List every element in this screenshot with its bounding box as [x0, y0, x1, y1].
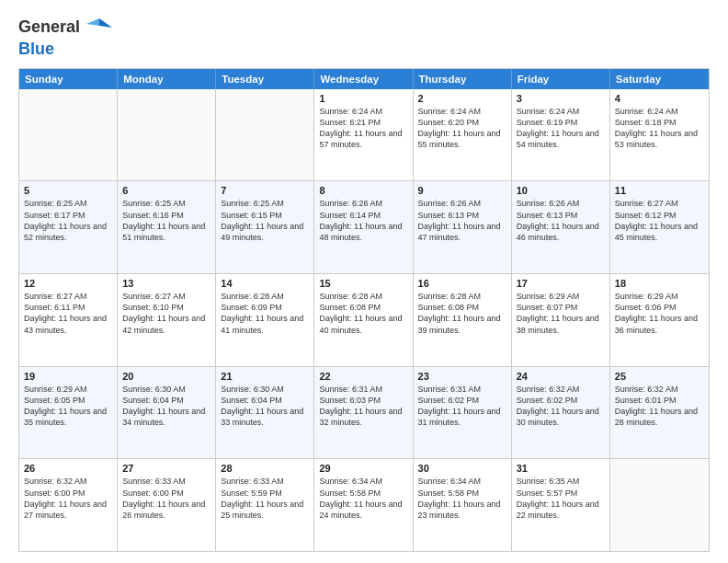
day-number: 1 [319, 93, 407, 104]
day-number: 9 [418, 185, 506, 196]
calendar-day-22: 22Sunrise: 6:31 AMSunset: 6:03 PMDayligh… [314, 367, 413, 459]
page-header: General Blue [18, 15, 710, 59]
calendar-day-3: 3Sunrise: 6:24 AMSunset: 6:19 PMDaylight… [512, 89, 610, 181]
calendar-day-28: 28Sunrise: 6:33 AMSunset: 5:59 PMDayligh… [216, 459, 314, 551]
weekday-header-tuesday: Tuesday [216, 69, 314, 89]
day-number: 6 [122, 185, 210, 196]
day-number: 29 [319, 463, 407, 474]
day-info: Sunrise: 6:30 AMSunset: 6:04 PMDaylight:… [122, 384, 210, 429]
calendar-empty-cell [610, 459, 709, 551]
day-number: 13 [122, 278, 210, 289]
day-info: Sunrise: 6:35 AMSunset: 5:57 PMDaylight:… [517, 476, 605, 521]
day-info: Sunrise: 6:29 AMSunset: 6:06 PMDaylight:… [615, 291, 704, 336]
calendar: SundayMondayTuesdayWednesdayThursdayFrid… [18, 68, 710, 552]
calendar-day-11: 11Sunrise: 6:27 AMSunset: 6:12 PMDayligh… [610, 181, 709, 273]
calendar-body: 1Sunrise: 6:24 AMSunset: 6:21 PMDaylight… [19, 89, 709, 551]
logo-bird-icon [86, 15, 112, 40]
weekday-header-saturday: Saturday [610, 69, 709, 89]
calendar-header: SundayMondayTuesdayWednesdayThursdayFrid… [19, 69, 709, 89]
calendar-day-12: 12Sunrise: 6:27 AMSunset: 6:11 PMDayligh… [19, 274, 118, 366]
svg-marker-0 [99, 18, 112, 28]
calendar-day-16: 16Sunrise: 6:28 AMSunset: 6:08 PMDayligh… [414, 274, 512, 366]
day-info: Sunrise: 6:25 AMSunset: 6:17 PMDaylight:… [24, 198, 112, 243]
calendar-day-23: 23Sunrise: 6:31 AMSunset: 6:02 PMDayligh… [414, 367, 512, 459]
logo-general: General [18, 17, 80, 36]
day-info: Sunrise: 6:26 AMSunset: 6:14 PMDaylight:… [319, 198, 407, 243]
day-number: 15 [319, 278, 407, 289]
day-info: Sunrise: 6:32 AMSunset: 6:01 PMDaylight:… [615, 384, 704, 429]
day-info: Sunrise: 6:31 AMSunset: 6:03 PMDaylight:… [319, 384, 407, 429]
day-info: Sunrise: 6:34 AMSunset: 5:58 PMDaylight:… [418, 476, 506, 521]
calendar-day-5: 5Sunrise: 6:25 AMSunset: 6:17 PMDaylight… [19, 181, 118, 273]
day-number: 17 [517, 278, 605, 289]
calendar-day-14: 14Sunrise: 6:28 AMSunset: 6:09 PMDayligh… [216, 274, 314, 366]
weekday-header-friday: Friday [512, 69, 610, 89]
calendar-day-27: 27Sunrise: 6:33 AMSunset: 6:00 PMDayligh… [118, 459, 216, 551]
day-info: Sunrise: 6:28 AMSunset: 6:08 PMDaylight:… [418, 291, 506, 336]
calendar-row-4: 19Sunrise: 6:29 AMSunset: 6:05 PMDayligh… [19, 366, 709, 459]
calendar-day-24: 24Sunrise: 6:32 AMSunset: 6:02 PMDayligh… [512, 367, 610, 459]
day-number: 31 [517, 463, 605, 474]
calendar-day-20: 20Sunrise: 6:30 AMSunset: 6:04 PMDayligh… [118, 367, 216, 459]
day-info: Sunrise: 6:29 AMSunset: 6:07 PMDaylight:… [517, 291, 605, 336]
weekday-header-sunday: Sunday [19, 69, 118, 89]
day-number: 21 [221, 371, 309, 382]
day-info: Sunrise: 6:24 AMSunset: 6:19 PMDaylight:… [517, 106, 605, 151]
day-number: 16 [418, 278, 506, 289]
calendar-day-19: 19Sunrise: 6:29 AMSunset: 6:05 PMDayligh… [19, 367, 118, 459]
weekday-header-monday: Monday [118, 69, 216, 89]
calendar-day-8: 8Sunrise: 6:26 AMSunset: 6:14 PMDaylight… [314, 181, 413, 273]
day-number: 7 [221, 185, 309, 196]
calendar-day-7: 7Sunrise: 6:25 AMSunset: 6:15 PMDaylight… [216, 181, 314, 273]
day-number: 20 [122, 371, 210, 382]
calendar-day-17: 17Sunrise: 6:29 AMSunset: 6:07 PMDayligh… [512, 274, 610, 366]
day-number: 24 [517, 371, 605, 382]
day-info: Sunrise: 6:28 AMSunset: 6:09 PMDaylight:… [221, 291, 309, 336]
calendar-day-15: 15Sunrise: 6:28 AMSunset: 6:08 PMDayligh… [314, 274, 413, 366]
calendar-day-29: 29Sunrise: 6:34 AMSunset: 5:58 PMDayligh… [314, 459, 413, 551]
day-number: 5 [24, 185, 112, 196]
day-info: Sunrise: 6:33 AMSunset: 5:59 PMDaylight:… [221, 476, 309, 521]
day-number: 2 [418, 93, 506, 104]
day-number: 30 [418, 463, 506, 474]
day-info: Sunrise: 6:24 AMSunset: 6:20 PMDaylight:… [418, 106, 506, 151]
calendar-day-4: 4Sunrise: 6:24 AMSunset: 6:18 PMDaylight… [610, 89, 709, 181]
day-info: Sunrise: 6:24 AMSunset: 6:18 PMDaylight:… [615, 106, 704, 151]
calendar-day-13: 13Sunrise: 6:27 AMSunset: 6:10 PMDayligh… [118, 274, 216, 366]
weekday-header-thursday: Thursday [414, 69, 512, 89]
day-info: Sunrise: 6:27 AMSunset: 6:11 PMDaylight:… [24, 291, 112, 336]
day-number: 25 [615, 371, 704, 382]
logo-blue: Blue [18, 40, 112, 59]
day-info: Sunrise: 6:34 AMSunset: 5:58 PMDaylight:… [319, 476, 407, 521]
calendar-day-26: 26Sunrise: 6:32 AMSunset: 6:00 PMDayligh… [19, 459, 118, 551]
calendar-day-9: 9Sunrise: 6:26 AMSunset: 6:13 PMDaylight… [414, 181, 512, 273]
calendar-day-21: 21Sunrise: 6:30 AMSunset: 6:04 PMDayligh… [216, 367, 314, 459]
day-info: Sunrise: 6:24 AMSunset: 6:21 PMDaylight:… [319, 106, 407, 151]
calendar-empty-cell [118, 89, 216, 181]
svg-marker-1 [86, 18, 99, 26]
logo: General Blue [18, 15, 112, 59]
day-number: 26 [24, 463, 112, 474]
calendar-row-3: 12Sunrise: 6:27 AMSunset: 6:11 PMDayligh… [19, 273, 709, 366]
calendar-day-6: 6Sunrise: 6:25 AMSunset: 6:16 PMDaylight… [118, 181, 216, 273]
calendar-empty-cell [19, 89, 118, 181]
calendar-row-5: 26Sunrise: 6:32 AMSunset: 6:00 PMDayligh… [19, 458, 709, 551]
calendar-day-1: 1Sunrise: 6:24 AMSunset: 6:21 PMDaylight… [314, 89, 413, 181]
calendar-day-31: 31Sunrise: 6:35 AMSunset: 5:57 PMDayligh… [512, 459, 610, 551]
day-number: 19 [24, 371, 112, 382]
day-number: 12 [24, 278, 112, 289]
day-number: 10 [517, 185, 605, 196]
calendar-day-30: 30Sunrise: 6:34 AMSunset: 5:58 PMDayligh… [414, 459, 512, 551]
day-info: Sunrise: 6:31 AMSunset: 6:02 PMDaylight:… [418, 384, 506, 429]
day-info: Sunrise: 6:33 AMSunset: 6:00 PMDaylight:… [122, 476, 210, 521]
day-number: 22 [319, 371, 407, 382]
calendar-day-18: 18Sunrise: 6:29 AMSunset: 6:06 PMDayligh… [610, 274, 709, 366]
calendar-empty-cell [216, 89, 314, 181]
day-number: 27 [122, 463, 210, 474]
day-info: Sunrise: 6:27 AMSunset: 6:12 PMDaylight:… [615, 198, 704, 243]
day-info: Sunrise: 6:26 AMSunset: 6:13 PMDaylight:… [418, 198, 506, 243]
day-info: Sunrise: 6:26 AMSunset: 6:13 PMDaylight:… [517, 198, 605, 243]
day-number: 14 [221, 278, 309, 289]
weekday-header-wednesday: Wednesday [314, 69, 413, 89]
calendar-row-2: 5Sunrise: 6:25 AMSunset: 6:17 PMDaylight… [19, 180, 709, 273]
